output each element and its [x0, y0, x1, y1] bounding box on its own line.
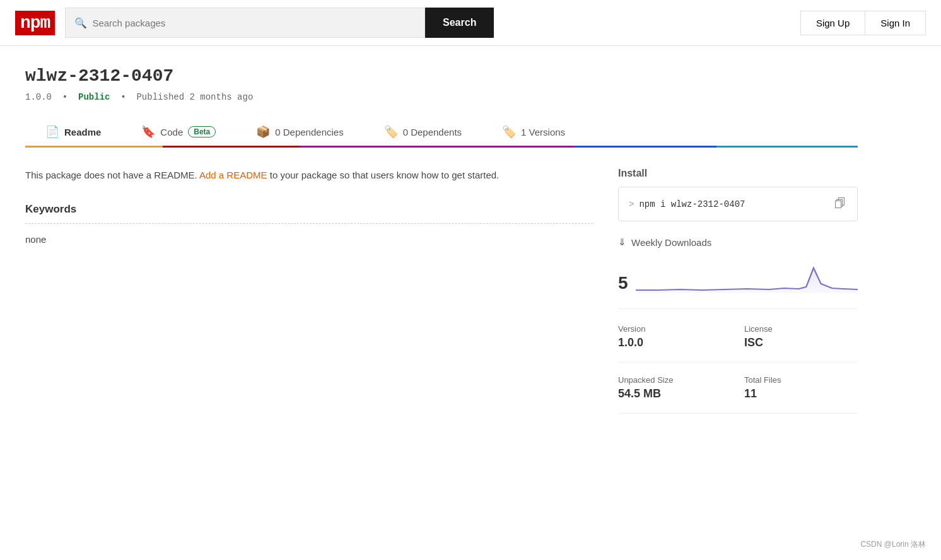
auth-buttons: Sign Up Sign In [800, 11, 926, 35]
version-item: Version 1.0.0 [618, 324, 732, 349]
version-label: Version [618, 324, 732, 334]
chart-svg [636, 255, 858, 293]
tab-versions[interactable]: 🏷️ 1 Versions [482, 117, 585, 148]
keywords-heading: Keywords [25, 203, 593, 216]
sidebar: Install > npm i wlwz-2312-0407 🗍 ⇓ Weekl… [618, 168, 858, 426]
keywords-section: Keywords none [25, 203, 593, 245]
weekly-downloads-label: Weekly Downloads [631, 237, 711, 248]
readme-icon: 📄 [45, 125, 59, 139]
install-section: Install > npm i wlwz-2312-0407 🗍 [618, 168, 858, 221]
signup-button[interactable]: Sign Up [800, 11, 865, 35]
install-heading: Install [618, 168, 858, 179]
license-label: License [744, 324, 858, 334]
tab-bar: 📄 Readme 🔖 Code Beta 📦 0 Dependencies 🏷️… [25, 117, 858, 148]
total-files-value: 11 [744, 387, 757, 400]
public-badge: Public [78, 92, 110, 102]
install-command-text: npm i wlwz-2312-0407 [639, 199, 745, 209]
package-title: wlwz-2312-0407 [25, 66, 858, 86]
total-files-item: Total Files 11 [744, 375, 858, 400]
total-files-label: Total Files [744, 375, 858, 385]
meta-grid-version-license: Version 1.0.0 License ISC [618, 324, 858, 363]
code-icon: 🔖 [141, 125, 155, 139]
install-box: > npm i wlwz-2312-0407 🗍 [618, 187, 858, 221]
header: npm 🔍 Search Sign Up Sign In [0, 0, 941, 46]
download-icon: ⇓ [618, 236, 626, 248]
dependents-icon: 🏷️ [384, 125, 398, 139]
signin-button[interactable]: Sign In [865, 11, 926, 35]
tab-dependencies[interactable]: 📦 0 Dependencies [236, 117, 363, 148]
keywords-divider [25, 223, 593, 224]
downloads-chart [636, 255, 858, 293]
tab-dependencies-label: 0 Dependencies [275, 127, 343, 137]
tab-readme[interactable]: 📄 Readme [25, 117, 121, 148]
tab-readme-label: Readme [64, 127, 101, 137]
copy-icon: 🗍 [834, 197, 846, 210]
weekly-downloads-header: ⇓ Weekly Downloads [618, 236, 858, 248]
license-item: License ISC [744, 324, 858, 349]
license-value: ISC [744, 336, 763, 349]
package-meta: 1.0.0 • Public • Published 2 months ago [25, 92, 858, 102]
unpacked-size-label: Unpacked Size [618, 375, 732, 385]
weekly-downloads-section: ⇓ Weekly Downloads 5 [618, 236, 858, 309]
tab-dependents[interactable]: 🏷️ 0 Dependents [364, 117, 482, 148]
search-form: 🔍 Search [65, 8, 494, 38]
package-version: 1.0.0 [25, 92, 52, 102]
keywords-value: none [25, 234, 593, 245]
tab-dependents-label: 0 Dependents [403, 127, 462, 137]
search-button[interactable]: Search [425, 8, 494, 38]
copy-button[interactable]: 🗍 [833, 196, 847, 212]
npm-logo: npm [15, 11, 55, 35]
readme-text-part2: to your package so that users know how t… [270, 170, 500, 180]
weekly-downloads-row: 5 [618, 253, 858, 293]
unpacked-size-item: Unpacked Size 54.5 MB [618, 375, 732, 400]
readme-text: This package does not have a README. Add… [25, 168, 593, 183]
content-area: This package does not have a README. Add… [25, 168, 858, 426]
published-time: Published 2 months ago [136, 92, 253, 102]
unpacked-size-value: 54.5 MB [618, 387, 661, 400]
main-content-area: wlwz-2312-0407 1.0.0 • Public • Publishe… [0, 46, 883, 446]
search-icon: 🔍 [74, 17, 87, 29]
tab-code[interactable]: 🔖 Code Beta [121, 117, 236, 148]
search-input[interactable] [92, 10, 416, 36]
versions-icon: 🏷️ [502, 125, 516, 139]
dependencies-icon: 📦 [256, 125, 270, 139]
meta-grid-size-files: Unpacked Size 54.5 MB Total Files 11 [618, 375, 858, 414]
tab-versions-label: 1 Versions [521, 127, 565, 137]
tab-code-label: Code [160, 127, 183, 137]
main-panel: This package does not have a README. Add… [25, 168, 593, 426]
weekly-downloads-count: 5 [618, 273, 628, 293]
readme-text-part1: This package does not have a README. [25, 170, 197, 180]
add-readme-link[interactable]: Add a README [199, 170, 267, 180]
install-command: > npm i wlwz-2312-0407 [629, 199, 745, 209]
install-prompt: > [629, 199, 634, 209]
beta-badge: Beta [188, 126, 216, 137]
search-input-wrapper: 🔍 [65, 8, 425, 38]
version-value: 1.0.0 [618, 336, 643, 349]
